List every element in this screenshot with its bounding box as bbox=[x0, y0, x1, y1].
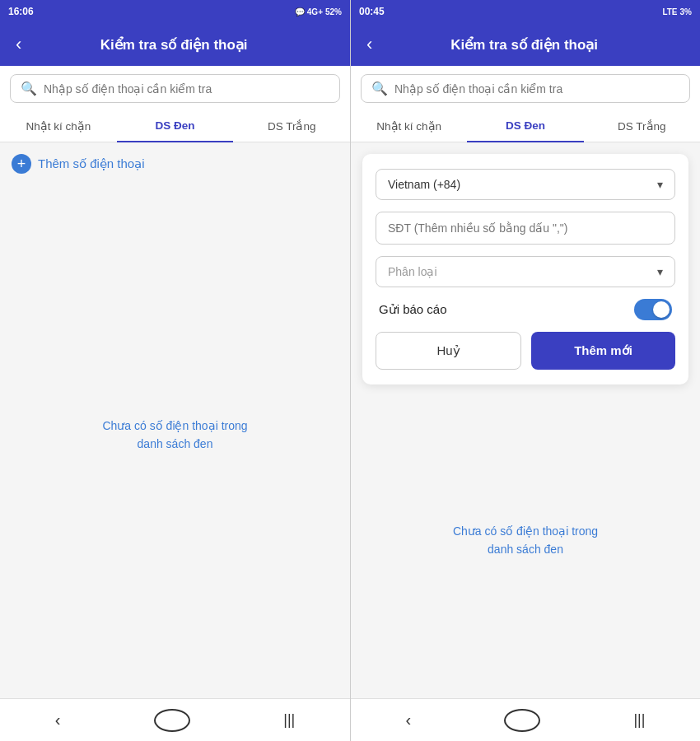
country-dropdown-value: Vietnam (+84) bbox=[388, 178, 460, 191]
left-status-bar: 16:06 💬 4G+ 52% bbox=[0, 0, 350, 23]
cancel-button[interactable]: Huỷ bbox=[376, 332, 521, 370]
phone-number-input-wrap[interactable] bbox=[376, 212, 675, 245]
category-dropdown-value: Phân loại bbox=[388, 265, 437, 278]
add-new-button[interactable]: Thêm mới bbox=[531, 332, 675, 370]
right-nav-menu[interactable]: ||| bbox=[617, 705, 661, 735]
left-add-phone-button[interactable]: + Thêm số điện thoại bbox=[12, 154, 338, 174]
chevron-down-icon: ▾ bbox=[657, 178, 663, 191]
left-tab-nhat-ki[interactable]: Nhật kí chặn bbox=[0, 111, 117, 142]
send-report-label: Gửi báo cáo bbox=[379, 302, 447, 317]
left-search-icon: 🔍 bbox=[21, 81, 37, 96]
right-phone-panel: 00:45 LTE 3% ‹ Kiểm tra số điện thoại 🔍 … bbox=[350, 0, 700, 741]
right-tab-nhat-ki[interactable]: Nhật kí chặn bbox=[351, 111, 467, 142]
right-battery-icon: 3% bbox=[680, 7, 692, 16]
right-empty-text: Chưa có số điện thoại trong danh sách đe… bbox=[453, 522, 598, 559]
right-search-input[interactable] bbox=[394, 82, 679, 96]
left-empty-state: Chưa có số điện thoại trong danh sách đe… bbox=[12, 184, 338, 687]
left-tab-ds-den[interactable]: DS Đen bbox=[117, 111, 234, 142]
right-search-bar: 🔍 bbox=[351, 66, 700, 111]
left-header: ‹ Kiểm tra số điện thoại bbox=[0, 23, 350, 66]
right-search-wrap[interactable]: 🔍 bbox=[361, 74, 690, 103]
right-nav-back[interactable]: ‹ bbox=[390, 704, 428, 736]
left-add-phone-label: Thêm số điện thoại bbox=[38, 156, 145, 171]
left-phone-panel: 16:06 💬 4G+ 52% ‹ Kiểm tra số điện thoại… bbox=[0, 0, 350, 741]
right-status-icons: LTE 3% bbox=[662, 7, 692, 16]
left-search-input[interactable] bbox=[44, 82, 329, 96]
right-search-icon: 🔍 bbox=[371, 81, 388, 96]
left-nav-back[interactable]: ‹ bbox=[39, 704, 77, 736]
right-time: 00:45 bbox=[359, 6, 385, 17]
right-bottom-nav: ‹ ||| bbox=[351, 698, 700, 741]
right-page-title: Kiểm tra số điện thoại bbox=[384, 36, 665, 54]
right-empty-state: Chưa có số điện thoại trong danh sách đe… bbox=[362, 394, 688, 687]
right-tab-ds-trang[interactable]: DS Trắng bbox=[584, 111, 700, 142]
phone-number-input[interactable] bbox=[388, 221, 663, 235]
send-report-toggle[interactable] bbox=[634, 299, 672, 320]
right-signal-icon: LTE bbox=[662, 7, 677, 16]
right-tabs: Nhật kí chặn DS Đen DS Trắng bbox=[351, 111, 700, 142]
left-time: 16:06 bbox=[8, 6, 34, 17]
category-chevron-icon: ▾ bbox=[657, 265, 663, 278]
left-status-icons: 💬 4G+ 52% bbox=[295, 7, 342, 16]
right-back-button[interactable]: ‹ bbox=[363, 30, 376, 58]
battery-icon: 52% bbox=[325, 7, 342, 16]
right-tab-ds-den[interactable]: DS Đen bbox=[467, 111, 583, 142]
left-content: + Thêm số điện thoại Chưa có số điện tho… bbox=[0, 142, 350, 699]
right-status-bar: 00:45 LTE 3% bbox=[351, 0, 700, 23]
left-nav-menu[interactable]: ||| bbox=[267, 705, 311, 735]
plus-circle-icon: + bbox=[12, 154, 31, 174]
left-empty-text: Chưa có số điện thoại trong danh sách đe… bbox=[102, 417, 247, 454]
send-report-row: Gửi báo cáo bbox=[376, 299, 675, 320]
country-dropdown[interactable]: Vietnam (+84) ▾ bbox=[376, 169, 675, 200]
left-nav-home[interactable] bbox=[154, 709, 190, 732]
category-dropdown[interactable]: Phân loại ▾ bbox=[376, 256, 675, 287]
right-content: Vietnam (+84) ▾ Phân loại ▾ Gửi báo cáo … bbox=[351, 142, 700, 699]
signal-icon: 4G+ bbox=[307, 7, 323, 16]
left-tabs: Nhật kí chặn DS Đen DS Trắng bbox=[0, 111, 350, 142]
left-search-wrap[interactable]: 🔍 bbox=[10, 74, 340, 103]
messenger-icon: 💬 bbox=[295, 7, 305, 16]
modal-action-buttons: Huỷ Thêm mới bbox=[376, 332, 675, 370]
add-phone-modal: Vietnam (+84) ▾ Phân loại ▾ Gửi báo cáo … bbox=[362, 154, 688, 384]
right-nav-home[interactable] bbox=[504, 709, 540, 732]
left-search-bar: 🔍 bbox=[0, 66, 350, 111]
left-page-title: Kiểm tra số điện thoại bbox=[33, 36, 315, 54]
left-tab-ds-trang[interactable]: DS Trắng bbox=[233, 111, 350, 142]
left-bottom-nav: ‹ ||| bbox=[0, 698, 350, 741]
right-header: ‹ Kiểm tra số điện thoại bbox=[351, 23, 700, 66]
left-back-button[interactable]: ‹ bbox=[12, 30, 25, 58]
